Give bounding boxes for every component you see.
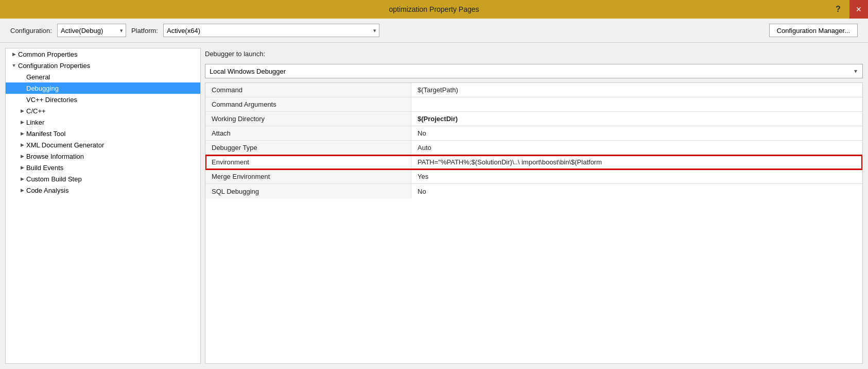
tree-item-debugging[interactable]: Debugging xyxy=(6,82,200,94)
debugger-select[interactable]: Local Windows Debugger xyxy=(205,64,862,78)
tree-item-configuration-properties[interactable]: ▼Configuration Properties xyxy=(6,60,200,71)
property-table: Command$(TargetPath)Command ArgumentsWor… xyxy=(205,82,863,364)
tree-arrow-custom-build-step: ▶ xyxy=(18,175,26,183)
tree-arrow-browse-information: ▶ xyxy=(18,152,26,160)
property-value-environment: PATH="%PATH%;$(SolutionDir)\..\ import\b… xyxy=(411,155,862,169)
tree-label-general: General xyxy=(26,73,50,81)
property-value-sql-debugging: No xyxy=(411,184,862,198)
tree-label-debugging: Debugging xyxy=(26,85,59,92)
tree-arrow-linker: ▶ xyxy=(18,118,26,126)
tree-label-code-analysis: Code Analysis xyxy=(26,187,68,194)
platform-label: Platform: xyxy=(131,27,158,35)
property-value-working-directory: $(ProjectDir) xyxy=(411,112,862,126)
property-name-command-arguments: Command Arguments xyxy=(205,97,411,111)
tree-arrow-code-analysis: ▶ xyxy=(18,186,26,194)
tree-arrow-vc-directories xyxy=(18,95,26,104)
property-name-working-directory: Working Directory xyxy=(205,112,411,126)
property-row-debugger-type[interactable]: Debugger TypeAuto xyxy=(205,141,862,155)
debugger-label: Debugger to launch: xyxy=(205,48,863,60)
tree-arrow-manifest-tool: ▶ xyxy=(18,129,26,138)
tree-arrow-general xyxy=(18,73,26,81)
tree-item-manifest-tool[interactable]: ▶Manifest Tool xyxy=(6,128,200,139)
tree-item-general[interactable]: General xyxy=(6,71,200,82)
platform-select[interactable]: Active(x64) x64 x86 All Platforms xyxy=(163,24,379,37)
tree-item-vc-directories[interactable]: VC++ Directories xyxy=(6,94,200,105)
tree-arrow-c-cpp: ▶ xyxy=(18,107,26,115)
configuration-label: Configuration: xyxy=(10,27,52,35)
property-name-debugger-type: Debugger Type xyxy=(205,141,411,155)
property-name-environment: Environment xyxy=(205,155,411,169)
toolbar: Configuration: Active(Debug) Debug Relea… xyxy=(0,19,868,43)
configuration-select-wrapper: Active(Debug) Debug Release All Configur… xyxy=(57,24,126,37)
tree-item-linker[interactable]: ▶Linker xyxy=(6,116,200,128)
main-area: ▶Common Properties▼Configuration Propert… xyxy=(0,43,868,369)
tree-label-linker: Linker xyxy=(26,119,44,126)
tree-item-common-properties[interactable]: ▶Common Properties xyxy=(6,48,200,60)
platform-select-wrapper: Active(x64) x64 x86 All Platforms xyxy=(163,24,379,37)
title-bar-controls: ? ✕ xyxy=(849,0,868,19)
property-value-debugger-type: Auto xyxy=(411,141,862,155)
property-name-attach: Attach xyxy=(205,126,411,140)
property-value-attach: No xyxy=(411,126,862,140)
property-name-command: Command xyxy=(205,83,411,97)
property-row-command-arguments[interactable]: Command Arguments xyxy=(205,97,862,112)
tree-label-xml-document-generator: XML Document Generator xyxy=(26,141,104,149)
tree-label-custom-build-step: Custom Build Step xyxy=(26,175,82,183)
tree-arrow-common-properties: ▶ xyxy=(10,50,18,58)
property-row-merge-environment[interactable]: Merge EnvironmentYes xyxy=(205,170,862,184)
debugger-select-wrapper: Local Windows Debugger xyxy=(205,64,863,78)
property-row-environment[interactable]: EnvironmentPATH="%PATH%;$(SolutionDir)\.… xyxy=(205,155,862,170)
property-row-attach[interactable]: AttachNo xyxy=(205,126,862,141)
tree-label-c-cpp: C/C++ xyxy=(26,107,46,115)
tree-label-browse-information: Browse Information xyxy=(26,153,84,160)
tree-item-custom-build-step[interactable]: ▶Custom Build Step xyxy=(6,173,200,184)
tree-arrow-build-events: ▶ xyxy=(18,163,26,172)
title-bar: optimization Property Pages ? ✕ xyxy=(0,0,868,19)
close-button[interactable]: ✕ xyxy=(849,0,868,19)
configuration-manager-button[interactable]: Configuration Manager... xyxy=(769,24,858,37)
property-name-sql-debugging: SQL Debugging xyxy=(205,184,411,198)
property-value-command-arguments xyxy=(411,97,862,111)
help-button[interactable]: ? xyxy=(829,0,847,19)
tree-arrow-debugging xyxy=(18,84,26,92)
configuration-select[interactable]: Active(Debug) Debug Release All Configur… xyxy=(57,24,126,37)
tree-item-build-events[interactable]: ▶Build Events xyxy=(6,162,200,173)
tree-arrow-xml-document-generator: ▶ xyxy=(18,141,26,149)
property-name-merge-environment: Merge Environment xyxy=(205,170,411,183)
property-row-working-directory[interactable]: Working Directory$(ProjectDir) xyxy=(205,112,862,126)
tree-label-common-properties: Common Properties xyxy=(18,51,78,58)
tree-arrow-configuration-properties: ▼ xyxy=(10,61,18,70)
tree-panel: ▶Common Properties▼Configuration Propert… xyxy=(5,48,201,364)
title-bar-text: optimization Property Pages xyxy=(389,5,479,13)
tree-item-browse-information[interactable]: ▶Browse Information xyxy=(6,150,200,162)
content-panel: Debugger to launch: Local Windows Debugg… xyxy=(205,48,863,364)
property-value-merge-environment: Yes xyxy=(411,170,862,183)
tree-item-xml-document-generator[interactable]: ▶XML Document Generator xyxy=(6,139,200,150)
tree-item-c-cpp[interactable]: ▶C/C++ xyxy=(6,105,200,116)
tree-label-configuration-properties: Configuration Properties xyxy=(18,62,90,70)
property-value-command: $(TargetPath) xyxy=(411,83,862,97)
tree-label-manifest-tool: Manifest Tool xyxy=(26,130,65,138)
property-row-sql-debugging[interactable]: SQL DebuggingNo xyxy=(205,184,862,198)
tree-label-build-events: Build Events xyxy=(26,164,63,172)
tree-label-vc-directories: VC++ Directories xyxy=(26,96,77,104)
tree-item-code-analysis[interactable]: ▶Code Analysis xyxy=(6,184,200,196)
property-row-command[interactable]: Command$(TargetPath) xyxy=(205,83,862,97)
